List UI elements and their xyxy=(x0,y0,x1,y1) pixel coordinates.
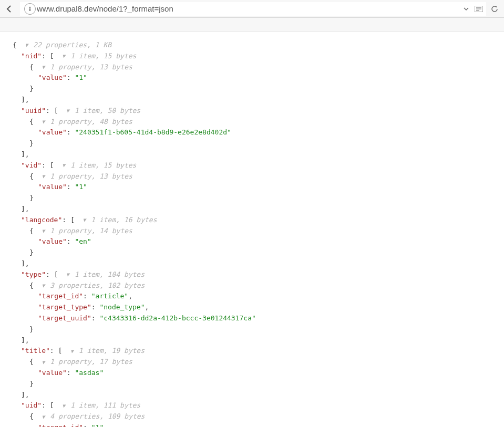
json-line: "value": "en" xyxy=(13,236,491,247)
reader-mode-icon[interactable] xyxy=(474,4,484,14)
url-input[interactable] xyxy=(37,4,461,13)
json-line: ], xyxy=(13,258,491,269)
json-line: "target_id": "article", xyxy=(13,291,491,302)
json-line: { ▼ 1 property, 13 bytes xyxy=(13,171,491,182)
json-line: } xyxy=(13,84,491,95)
json-line: { ▼ 3 properties, 102 bytes xyxy=(13,280,491,291)
back-arrow-icon xyxy=(5,5,14,13)
json-line: ], xyxy=(13,149,491,160)
json-line: } xyxy=(13,379,491,390)
browser-toolbar xyxy=(0,0,504,18)
json-line: { ▼ 1 property, 13 bytes xyxy=(13,62,491,73)
json-line: "uuid": [ ▼ 1 item, 50 bytes xyxy=(13,106,491,117)
json-line: } xyxy=(13,324,491,335)
json-line: { ▼ 1 property, 17 bytes xyxy=(13,357,491,368)
json-line: { ▼ 22 properties, 1 KB xyxy=(13,40,491,51)
svg-rect-1 xyxy=(29,8,30,11)
json-line: ], xyxy=(13,335,491,346)
json-line: "target_uuid": "c4343316-dd2a-412b-bccc-… xyxy=(13,313,491,324)
json-line: "langcode": [ ▼ 1 item, 16 bytes xyxy=(13,215,491,226)
json-line: "value": "240351f1-b605-41d4-b8d9-e26e2e… xyxy=(13,127,491,138)
json-line: "uid": [ ▼ 1 item, 111 bytes xyxy=(13,400,491,411)
json-line: "value": "1" xyxy=(13,72,491,84)
back-button[interactable] xyxy=(2,2,17,16)
json-line: "target_type": "node_type", xyxy=(13,302,491,313)
json-viewer: { ▼ 22 properties, 1 KB"nid": [ ▼ 1 item… xyxy=(0,32,504,427)
json-line: "value": "asdas" xyxy=(13,368,491,379)
json-line: "vid": [ ▼ 1 item, 15 bytes xyxy=(13,160,491,171)
json-line: "target_id": "1", xyxy=(13,422,491,427)
reload-icon[interactable] xyxy=(489,4,500,14)
json-line: "title": [ ▼ 1 item, 19 bytes xyxy=(13,346,491,357)
json-line: ], xyxy=(13,390,491,401)
url-bar xyxy=(20,2,486,16)
json-line: } xyxy=(13,247,491,258)
json-line: "nid": [ ▼ 1 item, 15 bytes xyxy=(13,51,491,62)
site-info-icon[interactable] xyxy=(24,3,36,15)
json-line: } xyxy=(13,193,491,204)
svg-point-0 xyxy=(29,6,30,7)
tab-strip xyxy=(0,18,504,32)
url-actions xyxy=(461,4,484,14)
dropdown-icon[interactable] xyxy=(461,4,471,14)
json-line: "value": "1" xyxy=(13,182,491,193)
json-line: } xyxy=(13,138,491,149)
json-line: ], xyxy=(13,95,491,106)
json-line: "type": [ ▼ 1 item, 104 bytes xyxy=(13,269,491,280)
json-line: { ▼ 1 property, 14 bytes xyxy=(13,226,491,237)
json-line: { ▼ 1 property, 48 bytes xyxy=(13,117,491,128)
json-line: { ▼ 4 properties, 109 bytes xyxy=(13,411,491,422)
json-line: ], xyxy=(13,204,491,215)
